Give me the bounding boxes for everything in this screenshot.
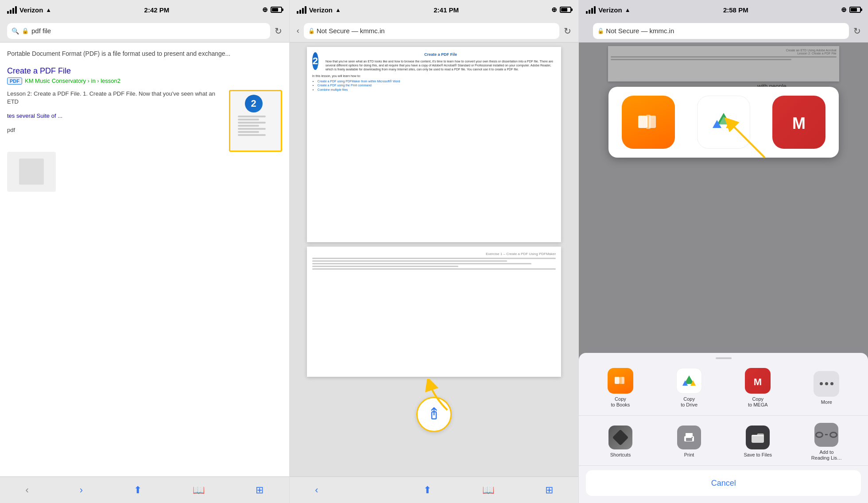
reload-btn-1[interactable]: ↻: [275, 26, 282, 36]
address-bar-3[interactable]: ‹ 🔓 Not Secure — kmmc.in ↻: [579, 19, 868, 43]
mega-label: Copyto MEGA: [748, 396, 768, 408]
battery-icon-3: [849, 7, 861, 13]
more-label: More: [821, 399, 832, 405]
pdf-preview-1: 2: [230, 91, 281, 151]
url-box-3[interactable]: 🔓 Not Secure — kmmc.in: [593, 23, 849, 39]
page-number-circle: 2: [245, 95, 263, 112]
svg-rect-5: [647, 116, 649, 128]
glasses-shape: [815, 432, 837, 438]
snippet-link[interactable]: tes several Suite of ...: [7, 112, 62, 119]
url-box-1[interactable]: 🔍 🔒 pdf file: [7, 23, 270, 39]
result-url-1: KM Music Conservatory › in › lesson2: [25, 77, 120, 84]
books-label: Copyto Books: [611, 396, 630, 408]
back-nav-2[interactable]: ‹: [297, 26, 299, 35]
more-icon: [814, 371, 839, 397]
snippet-2: tes several Suite of ...: [7, 112, 224, 120]
svg-text:M: M: [754, 376, 762, 387]
copy-to-mega-item[interactable]: M Copyto MEGA: [740, 368, 775, 408]
search-results: Portable Document Format (PDF) is a file…: [0, 43, 289, 476]
time-3: 2:58 PM: [723, 6, 748, 14]
print-icon: [677, 426, 701, 449]
pdf-page-body: Now that you've seen what an ETD looks l…: [326, 59, 556, 71]
shortcuts-label: Shortcuts: [610, 452, 631, 458]
address-bar-1[interactable]: 🔍 🔒 pdf file ↻: [0, 19, 289, 43]
time-1: 2:42 PM: [144, 6, 170, 14]
bottom-nav-1: ‹ › ⬆ 📖 ⊞: [0, 476, 289, 503]
print-label: Print: [684, 452, 694, 458]
time-2: 2:41 PM: [434, 6, 459, 14]
back-btn-1[interactable]: ‹: [22, 481, 32, 499]
reading-list-icon: [814, 423, 838, 447]
save-to-files-item[interactable]: Save to Files: [740, 426, 775, 458]
panel-share-sheet: Verizon ▲ 2:58 PM ⊕ ‹ 🔓 Not Secure — kmm…: [579, 0, 868, 503]
snippet-1: Lesson 2: Create a PDF File. 1. Create a…: [7, 90, 224, 106]
not-secure-label-3: 🔓 Not Secure — kmmc.in: [597, 27, 674, 35]
drive-icon-svg: [708, 107, 739, 138]
back-btn-2[interactable]: ‹: [311, 481, 322, 499]
signal-icon: [7, 6, 17, 14]
status-bar-3: Verizon ▲ 2:58 PM ⊕: [579, 0, 868, 19]
bookmarks-btn-2[interactable]: 📖: [479, 481, 498, 499]
print-item[interactable]: Print: [671, 426, 707, 458]
reading-list-item[interactable]: Add toReading Lis…: [809, 423, 844, 461]
print-icon-svg: [682, 432, 696, 443]
pdf-label: pdf: [7, 126, 224, 134]
share-btn-1[interactable]: ⬆: [130, 481, 145, 499]
pdf-viewer: 2 Create a PDF File Now that you've seen…: [290, 43, 579, 476]
status-right-3: ⊕: [841, 6, 861, 14]
copy-to-drive-item[interactable]: Copyto Drive: [671, 368, 707, 408]
tabs-btn-2[interactable]: ⊞: [542, 481, 557, 499]
drive-small-icon: [681, 372, 698, 389]
more-item[interactable]: More: [809, 371, 844, 405]
shortcuts-item[interactable]: Shortcuts: [603, 426, 638, 458]
wifi-icon-3: ▲: [625, 7, 631, 13]
files-icon: [746, 426, 770, 449]
shortcuts-diamond-shape: [612, 429, 629, 446]
search-result-1[interactable]: Create a PDF File PDF KM Music Conservat…: [7, 66, 282, 152]
status-right-1: ⊕: [262, 6, 282, 14]
signal-icon-3: [586, 6, 596, 14]
share-btn-2[interactable]: ⬆: [420, 481, 435, 499]
url-box-2[interactable]: 🔓 Not Secure — kmmc.in: [304, 23, 560, 39]
share-circle[interactable]: [416, 397, 452, 432]
pdf-page-title: Create a PDF File: [326, 52, 556, 57]
mega-app-icon: M: [745, 368, 771, 394]
drive-label: Copyto Drive: [681, 396, 698, 408]
svg-text:M: M: [792, 114, 806, 132]
svg-rect-21: [686, 433, 693, 437]
tabs-btn-1[interactable]: ⊞: [252, 481, 267, 499]
panel3-behind: Create an ETD Using Adobe AcrobatLesson …: [579, 43, 868, 503]
carrier-3: Verizon: [598, 6, 622, 14]
reload-btn-2[interactable]: ↻: [564, 26, 571, 36]
location-icon-2: ⊕: [551, 6, 557, 14]
drive-app-icon: [676, 368, 702, 394]
panel-search: Verizon ▲ 2:42 PM ⊕ 🔍 🔒 pdf file ↻ Porta…: [0, 0, 290, 503]
svg-point-22: [692, 437, 693, 438]
books-icon-svg: [633, 107, 664, 138]
sheet-handle: [716, 357, 732, 359]
forward-btn-1[interactable]: ›: [76, 481, 86, 499]
status-left-2: Verizon ▲: [297, 6, 341, 14]
share-actions-row: Shortcuts Print: [579, 416, 868, 466]
books-small-icon: [612, 372, 629, 389]
svg-rect-20: [686, 438, 692, 441]
search-icon-1: 🔍: [12, 27, 19, 35]
svg-rect-12: [615, 377, 620, 384]
pdf-subtext: In this lesson, you will learn how to: C…: [312, 74, 556, 91]
result-title-1[interactable]: Create a PDF File: [7, 66, 282, 76]
bookmarks-btn-1[interactable]: 📖: [189, 481, 208, 499]
copy-to-books-item[interactable]: Copyto Books: [603, 368, 638, 408]
pdf-lines: [238, 114, 272, 137]
carrier-1: Verizon: [19, 6, 43, 14]
reload-btn-3[interactable]: ↻: [853, 26, 861, 36]
url-text-1: pdf file: [31, 27, 51, 35]
wifi-icon-2: ▲: [335, 7, 341, 13]
result-thumbnail: 2: [229, 90, 282, 152]
cancel-button[interactable]: Cancel: [586, 470, 861, 496]
mega-small-icon: M: [749, 372, 766, 389]
pdf-badge: PDF: [7, 77, 22, 85]
app-icon-mega-large: M: [772, 96, 825, 149]
location-icon-3: ⊕: [841, 6, 847, 14]
share-icon-svg: [427, 406, 441, 422]
address-bar-2[interactable]: ‹ 🔓 Not Secure — kmmc.in ↻: [290, 19, 579, 43]
